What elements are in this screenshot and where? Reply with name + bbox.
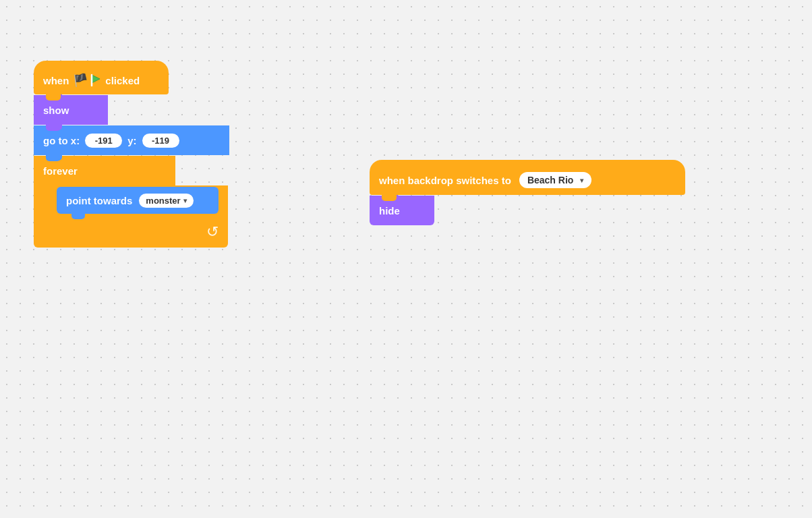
backdrop-dropdown-arrow-icon: ▾	[580, 177, 583, 184]
green-flag-icon	[89, 74, 103, 87]
forever-block[interactable]: forever point towards monster ▾ ↺	[34, 156, 228, 248]
hide-label: hide	[379, 205, 400, 217]
loop-arrow-icon: ↺	[206, 223, 219, 241]
forever-label: forever	[43, 165, 78, 177]
goto-label: go to x:	[43, 135, 80, 146]
backdrop-dropdown[interactable]: Beach Rio ▾	[519, 172, 591, 188]
when-label: when	[43, 75, 69, 86]
y-label: y:	[127, 135, 136, 146]
stack-2: when backdrop switches to Beach Rio ▾ hi…	[370, 160, 685, 225]
flag-icon: 🏴	[73, 73, 88, 88]
when-clicked-block[interactable]: when 🏴 clicked	[34, 61, 169, 94]
hide-block[interactable]: hide	[370, 196, 434, 225]
svg-marker-0	[92, 75, 100, 83]
point-towards-block[interactable]: point towards monster ▾	[57, 187, 219, 214]
show-block[interactable]: show	[34, 95, 108, 125]
dropdown-arrow-icon: ▾	[183, 197, 187, 204]
x-input[interactable]: -191	[85, 134, 122, 148]
clicked-label: clicked	[105, 75, 140, 86]
when-backdrop-label: when backdrop switches to	[379, 175, 511, 186]
when-backdrop-block[interactable]: when backdrop switches to Beach Rio ▾	[370, 160, 685, 195]
stack-1: when 🏴 clicked show go to x: -191 y: -11…	[34, 61, 229, 248]
point-towards-label: point towards	[66, 195, 132, 206]
goto-block[interactable]: go to x: -191 y: -119	[34, 125, 229, 155]
y-input[interactable]: -119	[142, 134, 179, 148]
show-label: show	[43, 105, 69, 116]
monster-dropdown[interactable]: monster ▾	[139, 194, 193, 208]
